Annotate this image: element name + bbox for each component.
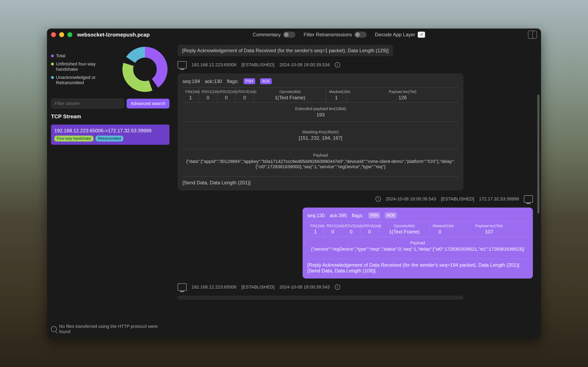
- legend-label: Unacknowledged or Retransmitted: [56, 75, 116, 85]
- cell-hdr: Payload: [311, 241, 524, 245]
- filter-retrans-toggle[interactable]: Filter Retransmissions: [303, 32, 367, 38]
- decode-app-layer[interactable]: Decode App Layer ↗: [375, 32, 425, 38]
- packet-server: seq:130 ack:395 flags: PSH ACK FIN(1bit)…: [303, 208, 533, 278]
- meta-time: 2024-10-08 18:00:39.543: [386, 196, 436, 202]
- host-icon: [178, 61, 187, 68]
- toggle-icon[interactable]: [283, 32, 295, 38]
- close-icon[interactable]: [51, 32, 56, 37]
- cell-hdr: Opcode(4bit): [382, 224, 427, 228]
- cell-hdr: Masked(1bit): [329, 90, 344, 94]
- minimize-icon[interactable]: [59, 32, 64, 37]
- toolbar: Commentary Filter Retransmissions Decode…: [150, 32, 528, 38]
- info-icon[interactable]: i: [335, 284, 340, 290]
- meta-addr: 192.168.12.223:65006: [191, 62, 236, 67]
- cell-val: [151, 232, 194, 167]: [191, 135, 450, 141]
- cell-hdr: Payload: [186, 153, 455, 158]
- body: Total Unfinished four-way handshake Unac…: [47, 41, 541, 338]
- cell-hdr: FIN(1bit): [185, 90, 196, 94]
- packet-header: seq:130 ack:395 flags: PSH ACK: [307, 212, 528, 218]
- packet-meta: 192.168.12.223:65006 [ESTABLISHED] 2024-…: [178, 61, 533, 68]
- cell-hdr: FIN(1bit): [310, 224, 321, 228]
- toggle-icon[interactable]: [355, 32, 367, 38]
- cell-hdr: Extended payload len(16bit): [186, 106, 455, 111]
- packet-meta: i 2024-10-08 18:00:39.543 [ESTABLISHED] …: [178, 195, 533, 203]
- flag-ack: ACK: [385, 212, 397, 218]
- cell-val: 1: [185, 95, 196, 100]
- cell-val: 0: [220, 95, 233, 100]
- cell-hdr: Payload len(7bit): [453, 224, 525, 228]
- meta-state: [ESTABLISHED]: [241, 284, 274, 290]
- cell-val: 1(Text Frame): [257, 95, 323, 100]
- cell-hdr: Payload len(7bit): [350, 90, 456, 94]
- scrollbar-thumb[interactable]: [537, 94, 539, 213]
- seq-label: seq:194: [182, 78, 200, 84]
- legend-label: Total: [56, 53, 65, 58]
- info-icon[interactable]: i: [335, 62, 340, 67]
- cell-val: 1: [329, 95, 344, 100]
- flags-label: flags:: [227, 78, 238, 84]
- cell-hdr: RSV1(1bit): [202, 90, 214, 94]
- panel-toggle-icon[interactable]: [528, 31, 537, 39]
- ack-label: ack:395: [330, 213, 347, 218]
- external-link-icon[interactable]: ↗: [418, 32, 425, 38]
- stream-item[interactable]: 192.168.12.223:65006->172.17.32.53:39999…: [51, 125, 169, 145]
- meta-addr: 192.168.12.223:65006: [191, 284, 236, 290]
- ws-payload: Payload {"data":{"appId":"30129894","app…: [182, 149, 458, 173]
- stream-label: 192.168.12.223:65006->172.17.32.53:39999: [54, 128, 166, 133]
- commentary-label: Commentary: [253, 32, 281, 38]
- flag-psh: PSH: [368, 212, 380, 218]
- decode-label: Decode App Layer: [375, 32, 415, 38]
- dot-icon: [51, 63, 54, 66]
- packet-client: seq:194 ack:130 flags: PSH ACK FIN(1bit)…: [178, 73, 463, 191]
- ws-row: FIN(1bit)1 RSV1(1bit)0 RSV2(1bit)0 RSV3(…: [307, 222, 528, 237]
- packet-footer: [Reply Acknowledgement of Data Received …: [307, 259, 528, 274]
- cell-val: 0: [345, 229, 357, 235]
- packet-footer: [Send Data, Data Length (201)]: [182, 176, 458, 185]
- cell-val: 0: [433, 229, 447, 235]
- info-icon[interactable]: i: [375, 196, 381, 202]
- stream-tags: Four-way handshake Retransmitted: [54, 136, 166, 142]
- footer-line: [Reply Acknowledgement of Data Received …: [307, 262, 528, 268]
- meta-state: [ESTABLISHED]: [241, 62, 274, 67]
- sidebar: Total Unfinished four-way handshake Unac…: [47, 41, 173, 338]
- packet-header: seq:194 ack:130 flags: PSH ACK: [182, 78, 458, 84]
- meta-state: [ESTABLISHED]: [441, 196, 474, 202]
- flags-label: flags:: [352, 213, 363, 218]
- commentary-toggle[interactable]: Commentary: [253, 32, 295, 38]
- search-icon: [51, 326, 57, 332]
- cell-val: 0: [202, 95, 214, 100]
- advanced-search-button[interactable]: Advanced search: [127, 99, 169, 108]
- stats-row: Total Unfinished four-way handshake Unac…: [51, 45, 169, 94]
- ws-ext: Extended payload len(16bit) 193: [182, 103, 458, 121]
- meta-time: 2024-10-08 18:00:39.534: [279, 62, 330, 67]
- legend-total: Total: [51, 53, 116, 58]
- cell-val: 0: [327, 229, 339, 235]
- packet-client-partial: [178, 296, 463, 300]
- traffic-lights: [51, 32, 72, 37]
- seq-label: seq:130: [307, 213, 325, 218]
- footer-line: [Send Data, Data Length (109)]: [307, 268, 528, 274]
- bottom-note: No files transferred using the HTTP prot…: [51, 324, 169, 334]
- maximize-icon[interactable]: [67, 32, 72, 37]
- flag-ack: ACK: [260, 78, 272, 84]
- cell-hdr: Masked(1bit): [433, 224, 447, 228]
- packet-meta: 192.168.12.223:65006 [ESTABLISHED] 2024-…: [178, 284, 533, 291]
- ws-payload: Payload {"service":"regDevice","type":"r…: [307, 237, 528, 256]
- tag-handshake: Four-way handshake: [54, 136, 94, 142]
- bottom-note-text: No files transferred using the HTTP prot…: [59, 324, 169, 334]
- legend: Total Unfinished four-way handshake Unac…: [51, 53, 116, 85]
- titlebar: websocket-lzromepush.pcap Commentary Fil…: [47, 29, 541, 41]
- flag-psh: PSH: [243, 78, 255, 84]
- payload-text: {"service":"regDevice","type":"resp","st…: [311, 247, 524, 252]
- scrollbar[interactable]: [537, 41, 539, 338]
- filter-input[interactable]: [51, 99, 124, 108]
- legend-label: Unfinished four-way handshake: [56, 61, 116, 72]
- ws-row: FIN(1bit)1 RSV1(1bit)0 RSV2(1bit)0 RSV3(…: [182, 87, 458, 103]
- ack-label: ack:130: [205, 78, 222, 84]
- cell-hdr: RSV2(1bit): [345, 224, 357, 228]
- legend-unack: Unacknowledged or Retransmitted: [51, 75, 116, 85]
- donut-chart: [121, 45, 169, 94]
- payload-text: {"data":{"appId":"30129894","appkey":"b0…: [186, 159, 455, 169]
- cell-val: 1: [310, 229, 321, 235]
- cell-val: 107: [453, 229, 525, 235]
